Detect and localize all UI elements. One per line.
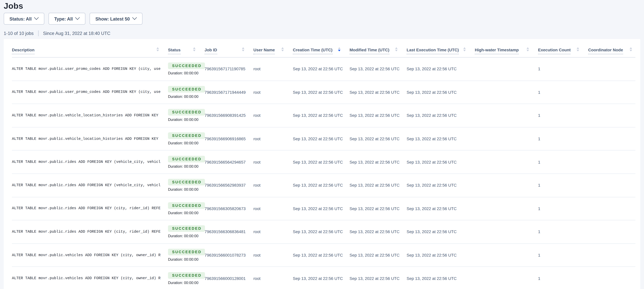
column-header-last-execution-time[interactable]: Last Execution Time (UTC) [406, 39, 475, 57]
jobs-page: Jobs Status: All Type: All Show: Latest … [0, 0, 644, 289]
job-description-link[interactable]: ALTER TABLE movr.public.vehicle_location… [12, 137, 168, 141]
job-duration: Duration: 00:00:00 [168, 188, 198, 192]
job-id: 796391566305820673 [204, 206, 254, 211]
job-id: 796391566306836481 [204, 230, 254, 234]
job-modified-time: Sep 13, 2022 at 22:56 UTC [350, 113, 407, 118]
status-badge: SUCCEEDED [168, 272, 205, 278]
job-creation-time: Sep 13, 2022 at 22:56 UTC [293, 206, 350, 211]
table-row: ALTER TABLE movr.public.vehicle_location… [12, 104, 635, 127]
job-modified-time: Sep 13, 2022 at 22:56 UTC [350, 90, 407, 95]
job-status-cell: SUCCEEDED Duration: 00:00:00 [168, 109, 204, 122]
type-filter-label: Type: All [54, 16, 73, 21]
job-user-name: root [254, 276, 293, 281]
job-user-name: root [254, 206, 293, 211]
job-last-execution-time: Sep 13, 2022 at 22:56 UTC [406, 67, 475, 71]
show-filter-dropdown[interactable]: Show: Latest 50 [90, 13, 142, 25]
job-creation-time: Sep 13, 2022 at 22:56 UTC [293, 253, 350, 257]
table-row: ALTER TABLE movr.public.user_promo_codes… [12, 58, 635, 81]
show-filter-label: Show: Latest 50 [96, 16, 130, 21]
job-status-cell: SUCCEEDED Duration: 00:00:00 [168, 132, 204, 145]
job-modified-time: Sep 13, 2022 at 22:56 UTC [350, 183, 407, 188]
column-header-coordinator-node[interactable]: Coordinator Node [588, 39, 635, 57]
job-user-name: root [254, 160, 293, 164]
job-last-execution-time: Sep 13, 2022 at 22:56 UTC [406, 160, 475, 164]
job-modified-time: Sep 13, 2022 at 22:56 UTC [350, 253, 407, 257]
sort-arrows-icon [576, 47, 579, 51]
job-description-link[interactable]: ALTER TABLE movr.public.rides ADD FOREIG… [12, 160, 168, 164]
column-header-creation-time[interactable]: Creation Time (UTC) [293, 39, 350, 57]
job-status-cell: SUCCEEDED Duration: 00:00:00 [168, 156, 204, 168]
job-description-link[interactable]: ALTER TABLE movr.public.rides ADD FOREIG… [12, 183, 168, 187]
job-user-name: root [254, 253, 293, 257]
job-last-execution-time: Sep 13, 2022 at 22:56 UTC [406, 206, 475, 211]
job-execution-count: 1 [538, 183, 588, 188]
column-header-execution-count[interactable]: Execution Count [538, 39, 588, 57]
chevron-down-icon [75, 15, 80, 20]
sort-arrows-icon [242, 47, 244, 51]
jobs-table: Description Status Job ID User Name Crea… [4, 39, 640, 289]
status-filter-dropdown[interactable]: Status: All [4, 13, 44, 25]
sort-arrows-icon [193, 47, 196, 51]
job-execution-count: 1 [538, 160, 588, 164]
job-user-name: root [254, 137, 293, 141]
column-header-description[interactable]: Description [12, 39, 168, 57]
column-header-modified-time[interactable]: Modified Time (UTC) [350, 39, 407, 57]
job-modified-time: Sep 13, 2022 at 22:56 UTC [350, 67, 407, 71]
job-execution-count: 1 [538, 137, 588, 141]
job-id: 796391566562983937 [204, 183, 254, 188]
job-duration: Duration: 00:00:00 [168, 257, 198, 261]
job-status-cell: SUCCEEDED Duration: 00:00:00 [168, 225, 204, 238]
job-modified-time: Sep 13, 2022 at 22:56 UTC [350, 206, 407, 211]
since-timestamp-text: Since Aug 31, 2022 at 18:40 UTC [43, 31, 110, 36]
sort-arrows-icon [156, 47, 159, 51]
status-badge: SUCCEEDED [168, 225, 205, 232]
sort-arrows-icon [282, 47, 284, 51]
job-description-link[interactable]: ALTER TABLE movr.public.vehicles ADD FOR… [12, 253, 168, 257]
job-id: 796391566908391425 [204, 113, 254, 118]
sort-arrows-icon [395, 47, 398, 51]
job-modified-time: Sep 13, 2022 at 22:56 UTC [350, 160, 407, 164]
status-badge: SUCCEEDED [168, 132, 205, 139]
status-badge: SUCCEEDED [168, 86, 205, 92]
job-modified-time: Sep 13, 2022 at 22:56 UTC [350, 137, 407, 141]
job-id: 796391566001078273 [204, 253, 254, 257]
results-summary: 1-10 of 10 jobs Since Aug 31, 2022 at 18… [4, 30, 640, 36]
job-description-link[interactable]: ALTER TABLE movr.public.rides ADD FOREIG… [12, 207, 168, 211]
job-creation-time: Sep 13, 2022 at 22:56 UTC [293, 113, 350, 118]
job-status-cell: SUCCEEDED Duration: 00:00:00 [168, 63, 204, 75]
status-badge: SUCCEEDED [168, 179, 205, 186]
job-execution-count: 1 [538, 276, 588, 281]
job-user-name: root [254, 90, 293, 95]
table-row: ALTER TABLE movr.public.rides ADD FOREIG… [12, 220, 635, 244]
job-user-name: root [254, 183, 293, 188]
page-title: Jobs [4, 1, 640, 11]
jobs-page-content: Jobs Status: All Type: All Show: Latest … [0, 0, 644, 289]
column-header-status[interactable]: Status [168, 39, 204, 57]
table-row: ALTER TABLE movr.public.rides ADD FOREIG… [12, 151, 635, 174]
job-description-link[interactable]: ALTER TABLE movr.public.vehicles ADD FOR… [12, 276, 168, 280]
job-duration: Duration: 00:00:00 [168, 95, 198, 99]
job-duration: Duration: 00:00:00 [168, 211, 198, 215]
job-id: 796391567171190785 [204, 67, 254, 71]
job-description-link[interactable]: ALTER TABLE movr.public.user_promo_codes… [12, 90, 168, 94]
column-header-user-name[interactable]: User Name [254, 39, 293, 57]
status-filter-label: Status: All [10, 16, 32, 21]
job-description-link[interactable]: ALTER TABLE movr.public.user_promo_codes… [12, 67, 168, 71]
job-description-link[interactable]: ALTER TABLE movr.public.vehicle_location… [12, 113, 168, 118]
job-duration: Duration: 00:00:00 [168, 281, 198, 285]
type-filter-dropdown[interactable]: Type: All [48, 13, 86, 25]
status-badge: SUCCEEDED [168, 202, 205, 209]
column-header-high-water-timestamp[interactable]: High-water Timestamp [475, 39, 538, 57]
job-creation-time: Sep 13, 2022 at 22:56 UTC [293, 67, 350, 71]
status-badge: SUCCEEDED [168, 249, 205, 255]
job-description-link[interactable]: ALTER TABLE movr.public.rides ADD FOREIG… [12, 230, 168, 234]
job-status-cell: SUCCEEDED Duration: 00:00:00 [168, 86, 204, 99]
job-modified-time: Sep 13, 2022 at 22:56 UTC [350, 230, 407, 234]
job-last-execution-time: Sep 13, 2022 at 22:56 UTC [406, 113, 475, 118]
chevron-down-icon [34, 15, 39, 20]
job-execution-count: 1 [538, 230, 588, 234]
column-header-job-id[interactable]: Job ID [204, 39, 254, 57]
table-row: ALTER TABLE movr.public.vehicles ADD FOR… [12, 244, 635, 267]
table-row: ALTER TABLE movr.public.vehicles ADD FOR… [12, 267, 635, 289]
job-last-execution-time: Sep 13, 2022 at 22:56 UTC [406, 183, 475, 188]
